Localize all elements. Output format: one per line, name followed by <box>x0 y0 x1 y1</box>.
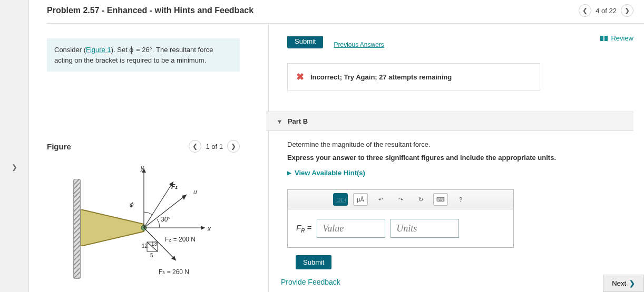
axis-u-label: u <box>193 188 197 196</box>
slope-5: 5 <box>150 253 153 258</box>
slope-13: 13 <box>151 241 157 247</box>
incorrect-icon: ✖ <box>296 71 304 83</box>
svg-marker-9 <box>182 195 187 200</box>
view-hints-link[interactable]: ▶ View Available Hint(s) <box>287 169 633 177</box>
submit-button[interactable]: Submit <box>296 255 331 269</box>
part-b-title: Part B <box>288 117 308 125</box>
problem-pager: ❮ 4 of 22 ❯ <box>579 4 633 17</box>
chevron-right-icon: ❯ <box>629 279 635 287</box>
left-gutter: ❯ <box>0 0 29 292</box>
svg-line-6 <box>144 228 176 260</box>
part-b-question: Determine the magnitude of the resultant… <box>287 140 633 148</box>
previous-answers-link[interactable]: Previous Answers <box>334 41 384 48</box>
problem-title: Problem 2.57 - Enhanced - with Hints and… <box>47 6 253 15</box>
phi-label: ϕ <box>129 201 133 208</box>
svg-marker-8 <box>201 226 205 230</box>
figure-diagram: y x u ϕ F₁ 30° F₂ = 200 N F₃ = 260 N 12 … <box>47 163 240 279</box>
problem-page-label: 4 of 22 <box>596 7 617 15</box>
problem-prompt: Consider (Figure 1). Set ϕ = 26°. The re… <box>47 38 240 72</box>
figure-next-button[interactable]: ❯ <box>227 140 240 153</box>
templates-button[interactable]: ⬚⬚ <box>333 193 348 206</box>
figure-page-label: 1 of 1 <box>206 143 223 150</box>
expand-sidebar-icon[interactable]: ❯ <box>12 163 17 171</box>
keyboard-button[interactable]: ⌨ <box>433 193 448 206</box>
review-label: Review <box>611 34 633 42</box>
next-button[interactable]: Next ❯ <box>603 275 644 292</box>
page-header: Problem 2.57 - Enhanced - with Hints and… <box>29 0 644 23</box>
help-button[interactable]: ? <box>453 193 468 206</box>
prev-problem-button[interactable]: ❮ <box>579 4 591 17</box>
collapse-icon: ▼ <box>277 118 282 125</box>
axis-x-label: x <box>208 225 211 233</box>
review-link[interactable]: Review <box>600 34 633 42</box>
units-input[interactable] <box>391 219 459 238</box>
redo-button[interactable]: ↷ <box>393 193 408 206</box>
chevron-right-icon: ▶ <box>287 170 291 176</box>
reset-button[interactable]: ↻ <box>413 193 428 206</box>
answer-box: ⬚⬚ μÅ ↶ ↷ ↻ ⌨ ? FR = <box>287 189 514 248</box>
value-input[interactable] <box>317 219 385 238</box>
f3-label: F₃ = 260 N <box>159 268 189 276</box>
angle-30-label: 30° <box>161 216 170 223</box>
feedback-alert: ✖ Incorrect; Try Again; 27 attempts rema… <box>287 63 540 90</box>
next-label: Next <box>612 279 626 287</box>
answer-toolbar: ⬚⬚ μÅ ↶ ↷ ↻ ⌨ ? <box>288 190 513 209</box>
f2-label: F₂ = 200 N <box>165 236 196 243</box>
part-b-instruction: Express your answer to three significant… <box>287 154 633 162</box>
variable-label: FR = <box>296 223 311 234</box>
part-b-header[interactable]: ▼ Part B <box>266 112 633 131</box>
units-picker-button[interactable]: μÅ <box>353 193 368 206</box>
next-problem-button[interactable]: ❯ <box>621 4 633 17</box>
undo-button[interactable]: ↶ <box>373 193 388 206</box>
axis-y-label: y <box>141 164 144 172</box>
figure-prev-button[interactable]: ❮ <box>189 140 201 153</box>
alert-message: Incorrect; Try Again; 27 attempts remain… <box>310 73 452 81</box>
hints-label: View Available Hint(s) <box>295 169 365 177</box>
figure-link[interactable]: Figure 1 <box>86 46 111 54</box>
provide-feedback-link[interactable]: Provide Feedback <box>281 278 340 286</box>
slope-12: 12 <box>142 243 148 249</box>
prompt-pre: Consider ( <box>54 46 86 54</box>
figure-pager: ❮ 1 of 1 ❯ <box>189 140 240 153</box>
f1-label: F₁ <box>171 183 178 190</box>
figure-heading: Figure <box>47 142 71 151</box>
submit-button-top[interactable]: Submit <box>287 36 323 48</box>
review-icon <box>600 36 608 41</box>
